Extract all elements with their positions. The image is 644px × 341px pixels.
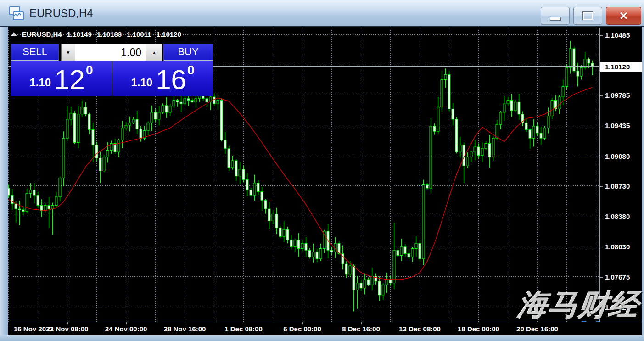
price-axis-tick	[600, 95, 603, 96]
close-icon: ✕	[619, 11, 628, 22]
sell-price-frac: 0	[86, 63, 93, 78]
chart-client-area: EURUSD,H4 1.10149 1.10183 1.10011 1.1012…	[8, 27, 642, 335]
window-titlebar[interactable]: EURUSD,H4 ✕	[0, 0, 644, 27]
price-axis-label: 1.09785	[605, 91, 630, 100]
time-axis-label: 6 Dec 00:00	[275, 325, 330, 333]
time-axis-tick	[361, 322, 362, 324]
sell-price-pips: 12	[54, 68, 85, 92]
time-axis-label: 28 Nov 16:00	[157, 325, 213, 333]
chart-window-icon	[9, 6, 25, 20]
price-axis-label: 1.10485	[605, 31, 630, 40]
header-open: 1.10149	[67, 30, 92, 38]
sell-price-display: 1.10 12 0	[11, 61, 112, 96]
window-title: EURUSD,H4	[29, 7, 93, 20]
volume-input[interactable]	[75, 44, 146, 61]
price-axis-tick	[600, 35, 603, 36]
price-axis-label: 1.08730	[605, 182, 630, 191]
sell-button[interactable]: SELL	[11, 44, 59, 61]
chevron-up-icon: ▲	[152, 50, 157, 55]
chart-ohlc-header: EURUSD,H4 1.10149 1.10183 1.10011 1.1012…	[11, 30, 186, 38]
time-axis-label: 24 Nov 00:00	[99, 325, 154, 333]
buy-price-base: 1.10	[131, 76, 152, 89]
header-low: 1.10011	[127, 30, 151, 38]
buy-price-frac: 0	[187, 63, 195, 78]
price-axis-tick	[600, 186, 603, 187]
one-click-trading-panel: SELL ▼ ▲ BUY 1.10 12 0 1.10	[11, 44, 213, 96]
price-axis-tick	[600, 277, 603, 278]
time-axis-tick	[67, 322, 68, 324]
time-axis-label: 1 Dec 08:00	[216, 325, 271, 333]
price-axis-label: 1.07675	[605, 273, 630, 282]
buy-price-display: 1.10 16 0	[112, 61, 213, 96]
mini-chart-zigzag-icon	[14, 13, 21, 17]
time-axis-label: 21 Nov 08:00	[40, 325, 95, 333]
chevron-down-icon: ▼	[66, 50, 71, 55]
window-frame-left	[0, 27, 8, 341]
time-axis-label: 8 Dec 16:00	[334, 325, 389, 333]
minimize-icon	[550, 17, 561, 21]
maximize-icon	[583, 12, 593, 20]
price-axis-label: 1.08030	[605, 242, 630, 252]
header-high: 1.10183	[97, 30, 122, 38]
time-axis-tick	[420, 322, 420, 324]
header-symbol: EURUSD,H4	[22, 30, 62, 38]
price-axis[interactable]: 1.104851.097851.094351.090801.087301.083…	[599, 28, 642, 322]
time-axis-label: 13 Dec 08:00	[392, 325, 448, 333]
price-axis-tick	[600, 157, 603, 157]
price-axis-label: 1.08380	[605, 212, 630, 221]
price-axis-tick	[600, 247, 603, 247]
volume-step-down-button[interactable]: ▼	[61, 44, 75, 61]
header-close: 1.10120	[157, 30, 181, 38]
time-axis-label: 20 Dec 16:00	[510, 325, 565, 333]
maximize-button[interactable]	[573, 7, 602, 25]
time-axis-tick	[126, 322, 127, 324]
mt4-chart-window: EURUSD,H4 ✕ EURUSD,H4 1.10149 1.10183 1.…	[0, 0, 644, 341]
time-axis-tick	[479, 322, 479, 324]
close-button[interactable]: ✕	[606, 7, 641, 25]
current-price-tag: 1.10120	[600, 62, 642, 72]
time-axis-tick	[538, 322, 538, 324]
price-axis-tick	[600, 217, 603, 217]
buy-price-pips: 16	[156, 68, 186, 92]
price-axis-tick	[600, 126, 603, 126]
sell-price-base: 1.10	[29, 76, 51, 89]
collapse-panel-icon[interactable]	[11, 32, 17, 36]
time-axis-tick	[302, 322, 303, 324]
time-axis-tick	[244, 322, 244, 324]
window-frame-right	[642, 27, 644, 341]
volume-step-up-button[interactable]: ▲	[146, 44, 162, 61]
time-axis-tick	[185, 322, 185, 324]
time-axis-tick	[9, 322, 9, 324]
time-axis[interactable]: 16 Nov 202321 Nov 08:0024 Nov 00:0028 No…	[8, 322, 642, 335]
time-axis-label: 18 Dec 00:00	[451, 325, 506, 333]
price-axis-label: 1.09080	[605, 152, 630, 161]
minimize-button[interactable]	[541, 7, 570, 25]
price-axis-label: 1.09435	[605, 121, 630, 130]
buy-button[interactable]: BUY	[163, 44, 213, 61]
